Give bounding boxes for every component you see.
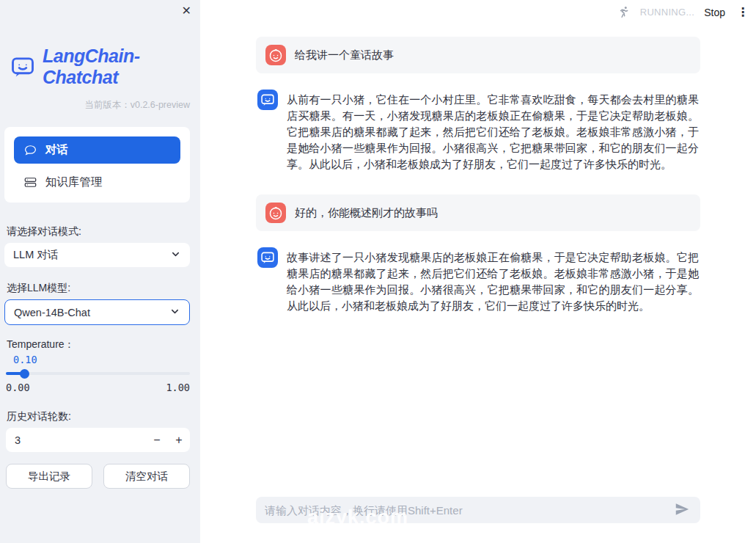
chat-logo-icon — [10, 54, 36, 80]
user-avatar — [265, 203, 286, 223]
slider-current-value: 0.10 — [6, 354, 190, 366]
close-icon: ✕ — [182, 4, 191, 17]
chat-input-bar: aizyk.com — [256, 497, 700, 523]
message-text: 好的，你能概述刚才的故事吗 — [295, 206, 438, 220]
history-rounds-input: 3 − + — [6, 428, 190, 452]
message-text: 从前有一只小猪，它住在一个小村庄里。它非常喜欢吃甜食，每天都会去村里的糖果店买糖… — [287, 90, 699, 172]
nav-item-chat[interactable]: 对话 — [14, 136, 180, 164]
temperature-slider: 0.10 0.00 1.00 — [6, 354, 190, 393]
clear-chat-button[interactable]: 清空对话 — [103, 464, 190, 489]
hdd-stack-icon — [24, 176, 37, 189]
plus-icon: + — [175, 434, 182, 446]
running-status-text: RUNNING... — [640, 7, 695, 18]
decrement-button[interactable]: − — [146, 434, 168, 447]
chat-bubble-icon — [24, 144, 37, 156]
version-text: 当前版本：v0.2.6-preview — [0, 99, 190, 112]
sidebar: ✕ LangChain-Chatchat 当前版本：v0.2.6-preview — [0, 0, 200, 543]
assistant-avatar — [257, 247, 278, 268]
slider-max-label: 1.00 — [166, 382, 190, 393]
llm-model-select[interactable]: Qwen-14B-Chat — [4, 299, 190, 325]
send-icon — [674, 501, 690, 520]
chat-history: 给我讲一个童话故事 从前有一只小猪，它住在一个小村庄里。它非常喜欢吃甜食，每天都… — [256, 0, 700, 314]
user-message: 好的，你能概述刚才的故事吗 — [256, 194, 700, 231]
status-bar: RUNNING... Stop ⋮ — [617, 5, 751, 19]
slider-thumb[interactable] — [20, 369, 29, 379]
message-text: 故事讲述了一只小猪发现糖果店的老板娘正在偷糖果，于是它决定帮助老板娘。它把糖果店… — [287, 247, 699, 314]
version-label: 当前版本： — [84, 100, 131, 110]
version-value: v0.2.6-preview — [131, 100, 190, 110]
assistant-message: 故事讲述了一只小猪发现糖果店的老板娘正在偷糖果，于是它决定帮助老板娘。它把糖果店… — [256, 247, 700, 314]
user-message: 给我讲一个童话故事 — [256, 37, 700, 73]
main-area: RUNNING... Stop ⋮ 给我讲一个童话故事 — [200, 0, 756, 543]
sidebar-actions: 导出记录 清空对话 — [6, 464, 190, 489]
increment-button[interactable]: + — [168, 434, 190, 447]
nav-menu: 对话 知识库管理 — [4, 127, 190, 203]
running-man-icon — [617, 5, 631, 19]
chat-input[interactable] — [265, 504, 672, 517]
history-rounds-value[interactable]: 3 — [6, 434, 146, 446]
send-button[interactable] — [672, 500, 691, 521]
assistant-avatar — [257, 90, 278, 110]
assistant-message: 从前有一只小猪，它住在一个小村庄里。它非常喜欢吃甜食，每天都会去村里的糖果店买糖… — [256, 90, 700, 172]
dialog-mode-label: 请选择对话模式: — [7, 225, 190, 238]
chevron-down-icon — [169, 306, 180, 319]
nav-item-knowledge-base[interactable]: 知识库管理 — [14, 172, 180, 192]
minus-icon: − — [153, 434, 160, 446]
user-avatar — [265, 45, 286, 65]
llm-model-label: 选择LLM模型: — [7, 282, 190, 295]
sidebar-close-button[interactable]: ✕ — [182, 4, 191, 18]
nav-item-label: 知识库管理 — [45, 175, 103, 190]
kebab-menu-icon[interactable]: ⋮ — [735, 5, 751, 19]
app-title: LangChain-Chatchat — [43, 45, 200, 88]
slider-track[interactable] — [6, 372, 190, 375]
llm-model-value: Qwen-14B-Chat — [14, 307, 90, 318]
temperature-label: Temperature： — [7, 338, 190, 351]
dialog-mode-select[interactable]: LLM 对话 — [4, 243, 190, 267]
app-window: ✕ LangChain-Chatchat 当前版本：v0.2.6-preview — [0, 0, 756, 543]
app-logo: LangChain-Chatchat — [10, 45, 200, 88]
export-history-button[interactable]: 导出记录 — [6, 464, 92, 489]
history-rounds-label: 历史对话轮数: — [7, 410, 190, 423]
nav-item-label: 对话 — [45, 142, 68, 158]
chevron-down-icon — [170, 249, 181, 262]
message-text: 给我讲一个童话故事 — [295, 48, 394, 62]
slider-min-label: 0.00 — [6, 382, 30, 393]
slider-range-labels: 0.00 1.00 — [6, 382, 190, 393]
stop-button[interactable]: Stop — [704, 7, 725, 18]
dialog-mode-value: LLM 对话 — [13, 248, 58, 262]
